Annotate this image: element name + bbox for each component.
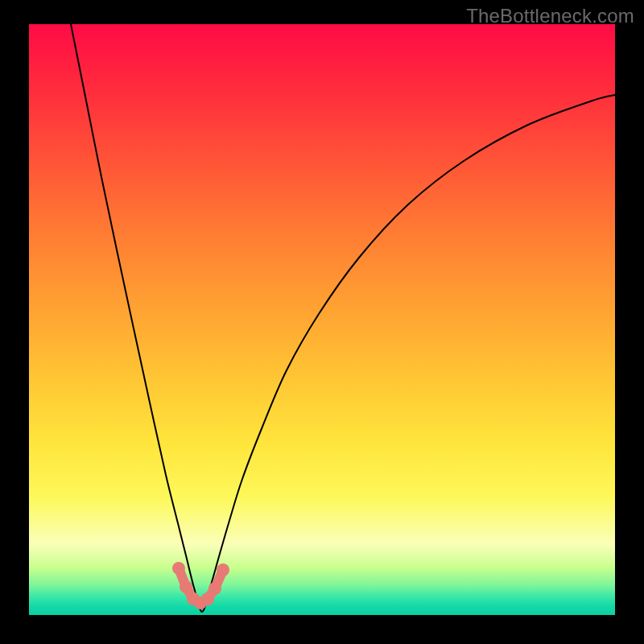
highlight-dot [180,580,192,593]
highlight-dot [172,562,185,575]
plot-area [29,24,615,615]
highlight-dot [217,564,229,576]
watermark-text: TheBottleneck.com [466,5,634,27]
outer-frame: TheBottleneck.com [0,0,644,644]
bottleneck-curve [71,24,615,612]
highlight-dot [208,582,221,595]
highlight-dot [201,592,214,605]
chart-svg [29,24,615,615]
